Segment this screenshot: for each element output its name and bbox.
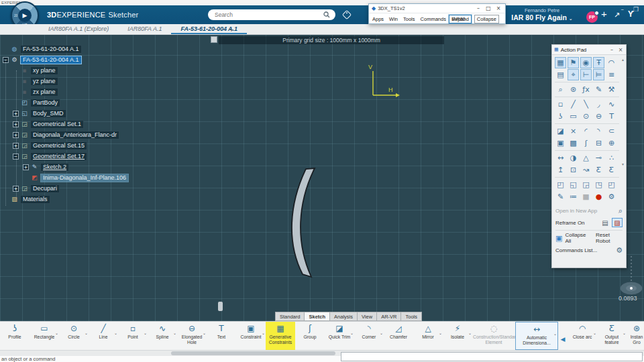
axis-tool-icon[interactable]: ╲	[580, 99, 592, 110]
surface-display-icon[interactable]: ◠	[606, 57, 617, 68]
tree-item-geometrical-set-15[interactable]: + ◲ Geometrical Set.15	[1, 140, 169, 151]
collapse-all-button[interactable]: Collapse All	[565, 232, 590, 244]
new-tab-button[interactable]: +	[224, 25, 239, 35]
dropdown-arrow-icon[interactable]: ⌄	[144, 330, 147, 335]
tree-item-yz-plane[interactable]: ▪ yz plane	[1, 76, 169, 86]
constraint-icon[interactable]: ▣	[555, 137, 566, 149]
text-button[interactable]: T Text ⌄	[207, 322, 236, 350]
quick-trim-button[interactable]: ◪ Quick Trim ⌄	[325, 322, 354, 350]
stop-icon[interactable]: ■	[580, 191, 592, 202]
group-button[interactable]: ʃ Group ⌄	[295, 322, 325, 350]
tree-root-item[interactable]: ◍ FA-53-61-20-004 A.1	[1, 44, 169, 54]
scroll-down-icon[interactable]: ▼	[621, 162, 625, 166]
dropdown-arrow-icon[interactable]: ⌄	[85, 330, 88, 335]
fillet-icon[interactable]: ◝	[593, 125, 604, 137]
translate-icon[interactable]: ⊸	[593, 152, 604, 164]
circle-button[interactable]: ⊙ Circle ⌄	[59, 322, 89, 350]
ribbon-tab-ar-vr[interactable]: AR-VR	[376, 312, 400, 321]
robot-anchor-icon[interactable]: ⊛	[568, 84, 579, 95]
positioned-sketch-icon[interactable]: ⚒	[606, 84, 617, 95]
tree-item-label[interactable]: Body_SMD	[30, 109, 66, 118]
workspace-selector[interactable]: IAR 80 Fly Again ⌄	[502, 13, 582, 23]
ribbon-tab-tools[interactable]: Tools	[400, 312, 422, 321]
sketch-profile-shape[interactable]	[292, 168, 315, 277]
tab-iar80fa[interactable]: IAR80FA A.1	[118, 24, 171, 34]
compass-play-icon[interactable]: ▶	[18, 9, 32, 22]
ribbon-tab-view[interactable]: View	[357, 312, 376, 321]
generative-constraints-button[interactable]: ▦ Generative Constraints ⌄	[266, 322, 295, 350]
collapse-all-icon[interactable]: ▣	[555, 234, 562, 243]
add-content-button[interactable]: +	[601, 8, 607, 19]
contact-constraint-icon[interactable]: ▩	[568, 137, 579, 149]
tree-item-label[interactable]: yz plane	[30, 77, 58, 86]
tree-item-label[interactable]: Diagonala_Anterioara_Flanc-dr	[30, 131, 119, 139]
close-icon[interactable]: ×	[617, 47, 624, 53]
profile-button[interactable]: ʖ Profile ⌄	[0, 322, 30, 350]
restore-icon[interactable]: ❐	[633, 6, 639, 13]
break-icon[interactable]: ×	[568, 125, 579, 137]
search-bar[interactable]	[208, 9, 335, 20]
arc-tool-icon[interactable]: ◞	[593, 99, 604, 110]
dropdown-arrow-icon[interactable]: ⌄	[380, 330, 383, 335]
menu-item[interactable]: Tools	[403, 16, 415, 22]
group-icon[interactable]: ʃ	[580, 137, 592, 149]
dropdown-arrow-icon[interactable]: ⌄	[350, 330, 354, 335]
point-tool-icon[interactable]: ▫	[555, 99, 566, 110]
tree-item-icon[interactable]: ◲	[21, 131, 28, 138]
zoom-tool-icon[interactable]: ⌕	[555, 84, 566, 95]
geometrical-constraints-icon[interactable]: ⊨	[593, 69, 604, 80]
symmetry-icon[interactable]: △	[580, 152, 592, 164]
tree-item-icon[interactable]: ▪	[21, 78, 28, 84]
isolate-icon[interactable]: ⊟	[593, 137, 604, 149]
output-list-icon[interactable]: Ƹ	[593, 164, 604, 176]
dropdown-arrow-icon[interactable]: ⌄	[623, 330, 626, 335]
reframe-sketch-icon[interactable]: ▨	[612, 218, 623, 227]
project-3d-icon[interactable]: ⊕	[606, 137, 617, 149]
corner-icon[interactable]: ◜	[580, 125, 592, 137]
mirror-icon[interactable]: ◑	[568, 152, 579, 164]
minimize-icon[interactable]: –	[608, 47, 615, 53]
tree-item-partbody[interactable]: ◰ PartBody	[1, 97, 169, 108]
tree-item-zx-plane[interactable]: ▪ zx plane	[1, 86, 169, 97]
dropdown-arrow-icon[interactable]: ⌄	[593, 330, 596, 335]
expand-button[interactable]: Expand	[449, 15, 471, 23]
tools-palette-icon[interactable]: ≡	[606, 69, 617, 80]
dropdown-arrow-icon[interactable]: ⌄	[439, 330, 442, 335]
elongated-hole-button[interactable]: ⊖ Elongated Hole ⌄	[177, 322, 207, 350]
commands-list-button[interactable]: Commands List...	[555, 247, 597, 253]
tree-item-label[interactable]: Geometrical Set.17	[30, 152, 87, 161]
minimize-icon[interactable]: –	[621, 6, 624, 13]
tree-item-icon[interactable]: ◲	[21, 185, 28, 192]
tree-item-icon[interactable]: ◲	[21, 153, 28, 160]
tree-item-xy-plane[interactable]: ▪ xy plane	[1, 65, 169, 76]
tree-item-label[interactable]: PartBody	[30, 99, 60, 107]
tree-item-label[interactable]: FA-53-61-20-004 A.1	[20, 56, 82, 64]
paint-icon[interactable]: ✎	[555, 191, 566, 202]
tree-item-decupari[interactable]: + ◲ Decupari	[1, 183, 169, 194]
action-pad-titlebar[interactable]: ▦ Action Pad – ×	[552, 45, 626, 55]
tree-item-icon[interactable]: ◰	[21, 99, 28, 106]
corner-button[interactable]: ◝ Corner ⌄	[354, 322, 384, 350]
spline-button[interactable]: ∿ Spline ⌄	[148, 322, 177, 350]
tree-item-label[interactable]: Geometrical Set.1	[30, 120, 84, 129]
grid-icon[interactable]: ▤	[555, 69, 566, 80]
tree-item-inima-plane[interactable]: ◩ Inima-Diagonala_Inf-Plane.106	[1, 172, 169, 183]
scroll-up-icon[interactable]: ▲	[621, 58, 625, 62]
view-top-icon[interactable]: ◲	[580, 179, 592, 190]
output-profile-icon[interactable]: Ƹ	[606, 164, 617, 176]
search-input[interactable]	[213, 11, 323, 19]
dimension-display-icon[interactable]: Ŧ	[593, 57, 604, 68]
profile-tool-icon[interactable]: ʖ	[555, 111, 566, 122]
spline-tool-icon[interactable]: ∿	[606, 99, 617, 110]
tree-item-label[interactable]: FA-53-61-20-004 A.1	[20, 45, 82, 54]
tree-item-icon[interactable]: ◩	[31, 174, 38, 181]
close-icon[interactable]: ×	[494, 5, 502, 11]
action-pad[interactable]: ▦ Action Pad – × ▲ ▼ ▦ ⚑ ◉ Ŧ	[551, 44, 627, 268]
tree-item-label[interactable]: Decupari	[30, 184, 60, 193]
ribbon-tab-standard[interactable]: Standard	[275, 312, 304, 321]
tree-item-geometrical-set-17[interactable]: − ◲ Geometrical Set.17	[1, 151, 169, 162]
view-right-icon[interactable]: ◳	[593, 179, 604, 190]
snap-point-icon[interactable]: ⌖	[568, 69, 579, 80]
dimension-icon[interactable]: ↔	[555, 152, 566, 164]
sketch-edit-icon[interactable]: ✎	[593, 84, 604, 95]
